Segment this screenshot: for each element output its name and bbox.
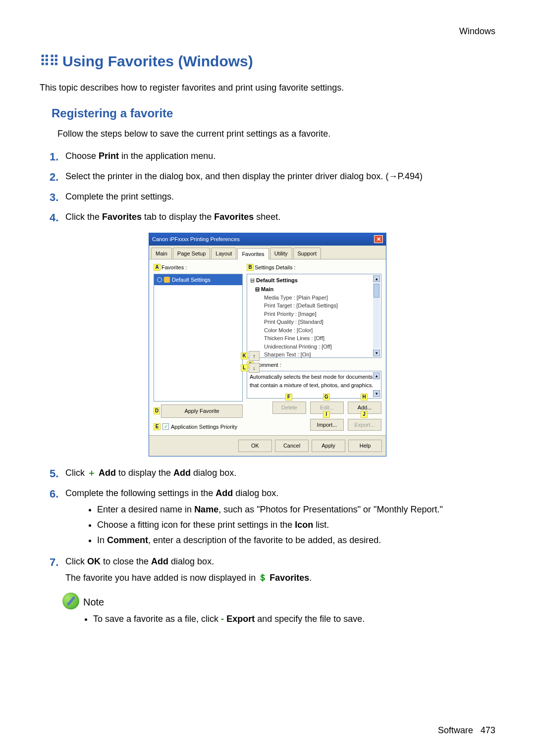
settings-details-label: Settings Details : [255, 263, 296, 272]
scrollbar-thumb[interactable] [374, 284, 379, 298]
step-number: 3. [50, 189, 65, 205]
section-intro: Follow the steps below to save the curre… [57, 127, 495, 141]
step-number: 2. [50, 169, 65, 185]
delete-button[interactable]: Delete [272, 402, 306, 414]
scroll-up-icon[interactable]: ▴ [373, 372, 380, 379]
tab-utility[interactable]: Utility [270, 248, 292, 259]
tree-leaf: Media Type : [Plain Paper] [264, 294, 378, 302]
favorite-item-label: Default Settings [172, 276, 211, 284]
tab-main[interactable]: Main [151, 248, 172, 259]
text: Click [65, 556, 87, 566]
help-button[interactable]: Help [348, 440, 382, 452]
j-marker-icon: - [221, 614, 224, 624]
app-settings-priority-checkbox[interactable]: ✓ [162, 423, 169, 430]
marker-j: J [361, 411, 368, 418]
marker-d: D [154, 407, 160, 414]
step-6: Complete the following settings in the A… [65, 486, 495, 550]
header-category: Windows [40, 25, 495, 38]
cancel-button[interactable]: Cancel [275, 440, 309, 452]
step-4: Click the Favorites tab to display the F… [65, 209, 495, 224]
marker-b: B [247, 264, 254, 271]
scroll-up-icon[interactable]: ▴ [373, 275, 380, 282]
grid-icon: ⠿⠿ [40, 51, 58, 72]
note-label: Note [83, 595, 104, 609]
page-footer: Software 473 [438, 724, 495, 737]
dialog-title: Canon iPFxxxx Printing Preferences [152, 235, 240, 244]
footer-label: Software [438, 725, 473, 735]
move-up-button[interactable]: ↑ [249, 351, 260, 361]
marker-a: A [154, 264, 160, 271]
step-7: Click OK to close the Add dialog box. Th… [65, 554, 495, 585]
bold: Favorites [214, 212, 254, 222]
printing-preferences-dialog: Canon iPFxxxx Printing Preferences ✕ Mai… [149, 233, 386, 456]
text: sheet. [254, 212, 280, 222]
marker-k: K [241, 353, 248, 359]
intro-text: This topic describes how to register fav… [40, 81, 495, 95]
apply-button[interactable]: Apply [312, 440, 345, 452]
favorites-label: Favorites : [161, 263, 187, 272]
text: Click the [65, 212, 102, 222]
tree-leaf: Print Priority : [Image] [264, 310, 378, 318]
checkbox-label: Application Settings Priority [171, 423, 237, 431]
text: Choose [65, 151, 99, 161]
import-button[interactable]: Import... [310, 419, 344, 431]
bold: Add [215, 488, 233, 498]
text: Click [65, 468, 87, 478]
step-5: Click ＋ Add to display the Add dialog bo… [65, 465, 495, 480]
step-number: 5. [50, 465, 65, 482]
bold: Add [99, 468, 116, 478]
bold: Favorites [269, 573, 309, 583]
favorites-list[interactable]: Default Settings [154, 274, 243, 402]
tree-leaf: Thicken Fine Lines : [Off] [264, 334, 378, 343]
footer-page-number: 473 [481, 725, 495, 735]
text: Complete the following settings in the [65, 488, 215, 498]
bold: Add [173, 468, 191, 478]
text: The favorite you have added is now displ… [65, 573, 258, 583]
note-icon [62, 593, 79, 609]
bold: Favorites [102, 212, 142, 222]
bold: Export [226, 614, 255, 624]
text: tab to display the [142, 212, 214, 222]
text: To save a favorite as a file, click [93, 614, 221, 624]
marker-f: F [285, 394, 292, 401]
bold: Print [99, 151, 119, 161]
favorite-icon [164, 277, 170, 283]
marker-g: G [323, 394, 330, 401]
text: to close the [101, 556, 151, 566]
step-number: 1. [50, 149, 65, 165]
text: to display the [116, 468, 173, 478]
tab-page-setup[interactable]: Page Setup [173, 248, 211, 259]
tab-layout[interactable]: Layout [211, 248, 236, 259]
tree-leaf: Print Quality : [Standard] [264, 318, 378, 326]
tab-support[interactable]: Support [293, 248, 321, 259]
export-button[interactable]: Export... [348, 419, 381, 431]
comment-text: Automatically selects the best mode for … [250, 374, 373, 388]
note-item: To save a favorite as a file, click - Ex… [93, 612, 495, 626]
scroll-down-icon[interactable]: ▾ [373, 390, 380, 397]
close-icon[interactable]: ✕ [374, 235, 383, 243]
dialog-tabs: Main Page Setup Layout Favorites Utility… [149, 246, 386, 260]
bold: OK [87, 556, 101, 566]
text: in the application menu. [119, 151, 215, 161]
step-1: Choose Print in the application menu. [65, 149, 495, 163]
apply-favorite-button[interactable]: Apply Favorite [161, 404, 243, 418]
a-marker-icon: ＄ [258, 573, 267, 583]
ok-button[interactable]: OK [238, 440, 272, 452]
text: dialog box. [191, 468, 236, 478]
list-item: Enter a desired name in Name, such as "P… [97, 503, 495, 516]
scroll-down-icon[interactable]: ▾ [373, 350, 380, 356]
marker-i: I [323, 411, 330, 418]
move-down-button[interactable]: ↓ [249, 363, 260, 373]
h-marker-icon: ＋ [87, 468, 96, 478]
step-3: Complete the print settings. [65, 189, 495, 203]
settings-details-tree[interactable]: ▴ ▾ ⊟ Default Settings ⊟ Main Media Type… [247, 274, 381, 358]
favorites-list-item[interactable]: Default Settings [154, 274, 242, 286]
list-item: Choose a fitting icon for these print se… [97, 518, 495, 532]
tab-favorites[interactable]: Favorites [237, 248, 268, 260]
tree-root: Default Settings [256, 277, 298, 283]
list-item: In Comment, enter a description of the f… [97, 534, 495, 547]
tree-leaf: Sharpen Text : [On] [264, 351, 378, 358]
tree-leaf: Unidirectional Printing : [Off] [264, 343, 378, 351]
tree-leaf: Color Mode : [Color] [264, 326, 378, 335]
marker-h: H [361, 394, 368, 401]
